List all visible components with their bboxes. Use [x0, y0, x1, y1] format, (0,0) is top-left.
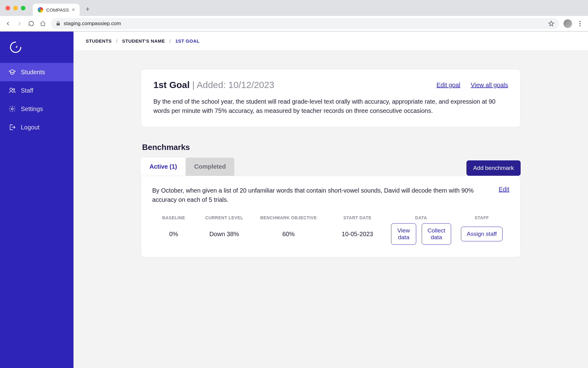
benchmark-card: By October, when given a list of 20 unfa…	[141, 176, 521, 257]
browser-tab[interactable]: COMPASS ×	[33, 4, 80, 16]
staff-cell: Assign staff	[454, 227, 509, 241]
col-head-start: START DATE	[327, 215, 388, 220]
back-button[interactable]	[4, 20, 12, 27]
goal-added-date: Added: 10/12/2023	[197, 80, 274, 90]
collect-data-button[interactable]: Collect data	[422, 223, 451, 245]
url-text: staging.compassiep.com	[64, 21, 121, 27]
browser-tab-bar: COMPASS × +	[0, 0, 588, 16]
col-head-objective: BENCHMARK OBJECTIVE	[253, 215, 324, 220]
tab-active[interactable]: Active (1)	[141, 158, 186, 176]
minimize-window-icon[interactable]	[13, 6, 18, 10]
goal-description: By the end of the school year, the stude…	[153, 97, 508, 115]
profile-avatar[interactable]	[564, 19, 572, 28]
goal-actions: Edit goal View all goals	[436, 82, 508, 89]
maximize-window-icon[interactable]	[21, 6, 25, 10]
add-benchmark-button[interactable]: Add benchmark	[466, 160, 521, 176]
users-icon	[9, 87, 16, 94]
close-window-icon[interactable]	[6, 6, 10, 10]
goal-header: 1st Goal | Added: 10/12/2023 Edit goal V…	[153, 80, 508, 90]
col-head-data: DATA	[391, 215, 451, 220]
goal-title: 1st Goal | Added: 10/12/2023	[153, 80, 274, 90]
view-all-goals-link[interactable]: View all goals	[471, 82, 508, 89]
sidebar-item-label: Logout	[21, 124, 40, 131]
address-bar: staging.compassiep.com	[0, 16, 588, 31]
tab-title: COMPASS	[46, 7, 69, 13]
sidebar-item-label: Settings	[21, 105, 43, 113]
baseline-value: 0%	[152, 231, 195, 238]
assign-staff-button[interactable]: Assign staff	[461, 227, 503, 241]
sidebar-item-settings[interactable]: Settings	[0, 100, 74, 118]
svg-point-0	[10, 88, 12, 90]
graduation-cap-icon	[9, 68, 16, 76]
logout-icon	[9, 124, 16, 131]
bookmark-star-icon[interactable]	[548, 21, 554, 27]
svg-point-2	[11, 108, 13, 110]
close-tab-icon[interactable]: ×	[72, 7, 75, 13]
edit-goal-link[interactable]: Edit goal	[436, 82, 460, 89]
browser-menu-button[interactable]	[576, 21, 584, 26]
breadcrumb-item[interactable]: STUDENT'S NAME	[122, 38, 165, 44]
benchmarks-tabs: Active (1) Completed	[141, 158, 234, 176]
col-head-current: CURRENT LEVEL	[198, 215, 250, 220]
current-level-value: Down 38%	[198, 231, 250, 238]
tab-completed[interactable]: Completed	[186, 158, 234, 176]
data-buttons: View data Collect data	[391, 223, 451, 245]
goal-card: 1st Goal | Added: 10/12/2023 Edit goal V…	[141, 69, 521, 127]
sidebar-item-students[interactable]: Students	[0, 63, 74, 81]
sidebar-item-label: Staff	[21, 87, 33, 94]
app-container: Students Staff Settings Logout STUDENTS …	[0, 32, 588, 368]
breadcrumb-separator: /	[169, 38, 171, 44]
sidebar-item-label: Students	[21, 69, 45, 76]
sidebar-item-staff[interactable]: Staff	[0, 81, 74, 100]
breadcrumb-item-current: 1ST GOAL	[175, 38, 200, 44]
forward-button[interactable]	[16, 20, 23, 27]
browser-chrome: COMPASS × + staging.compassiep.com	[0, 0, 588, 32]
lock-icon	[56, 21, 61, 26]
benchmark-top-row: By October, when given a list of 20 unfa…	[152, 186, 509, 204]
benchmark-data-grid: BASELINE CURRENT LEVEL BENCHMARK OBJECTI…	[152, 215, 509, 245]
breadcrumb-separator: /	[116, 38, 118, 44]
sidebar-item-logout[interactable]: Logout	[0, 118, 74, 136]
url-input[interactable]: staging.compassiep.com	[51, 18, 559, 29]
sidebar: Students Staff Settings Logout	[0, 32, 74, 368]
app-logo	[9, 41, 74, 54]
benchmarks-section: Benchmarks Active (1) Completed Add benc…	[141, 143, 521, 257]
main-content: STUDENTS / STUDENT'S NAME / 1ST GOAL 1st…	[74, 32, 588, 368]
home-button[interactable]	[39, 20, 47, 27]
reload-button[interactable]	[28, 20, 35, 27]
col-head-staff: STAFF	[454, 215, 509, 220]
benchmark-description: By October, when given a list of 20 unfa…	[152, 186, 490, 204]
compass-logo-icon	[9, 41, 22, 54]
start-date-value: 10-05-2023	[327, 231, 388, 238]
edit-benchmark-link[interactable]: Edit	[499, 186, 509, 204]
benchmarks-title: Benchmarks	[141, 143, 521, 152]
col-head-baseline: BASELINE	[152, 215, 195, 220]
breadcrumb: STUDENTS / STUDENT'S NAME / 1ST GOAL	[74, 32, 588, 51]
objective-value: 60%	[253, 231, 324, 238]
gear-icon	[9, 105, 16, 113]
new-tab-button[interactable]: +	[82, 4, 93, 15]
view-data-button[interactable]: View data	[391, 223, 416, 245]
goal-title-text: 1st Goal	[153, 80, 190, 90]
window-controls	[6, 6, 25, 10]
benchmarks-tabs-row: Active (1) Completed Add benchmark	[141, 158, 521, 176]
content-wrapper: 1st Goal | Added: 10/12/2023 Edit goal V…	[135, 69, 527, 257]
breadcrumb-item[interactable]: STUDENTS	[86, 38, 112, 44]
favicon-icon	[38, 7, 43, 13]
svg-point-1	[13, 89, 15, 90]
